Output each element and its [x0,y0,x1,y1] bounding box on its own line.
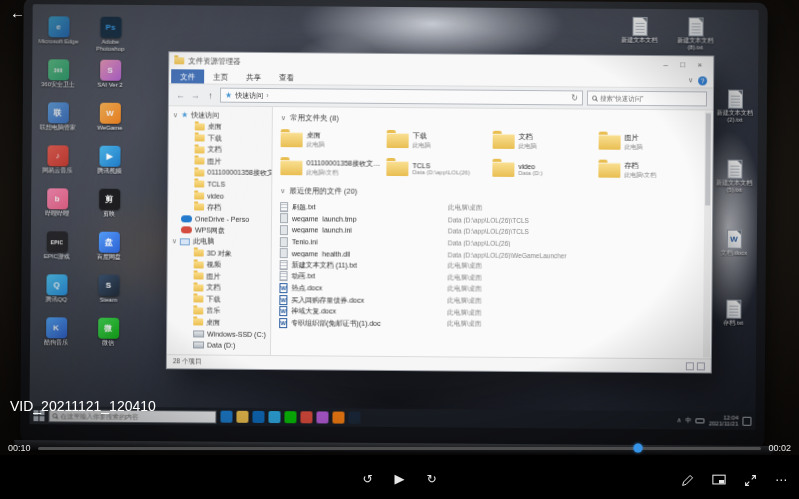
wegame-icon: W [99,103,120,124]
sidebar-item-onedrive: OneDrive - Perso [168,213,271,225]
text-file-icon [280,271,288,281]
clock-date: 2021/11/21 [709,420,739,427]
refresh-icon: ↻ [571,93,578,102]
caret-down-icon: ∨ [172,238,177,246]
taskbar-clock: 12:04 2021/11/21 [709,414,739,427]
time-remaining: 00:02 [768,443,791,453]
wechat-icon: 微 [98,318,119,339]
system-file-icon [280,248,288,258]
tab-file: 文件 [171,69,204,83]
sidebar-item-quick-access: ∨★快速访问 [169,109,272,121]
sidebar-item: 桌面 [167,316,270,328]
desktop-icon: 联联想电脑管家 [37,102,79,143]
desktop-icon: WWeGame [89,103,131,144]
edge-icon: e [48,16,69,37]
nav-back-icon: ← [175,90,186,100]
desktop-icon: 360360安全卫士 [37,59,79,100]
section-header-recent: ∨最近使用的文件 (20) [280,186,698,199]
sai-icon: S [100,60,121,81]
video-surface[interactable]: eMicrosoft Edge 360360安全卫士 联联想电脑管家 ♪网易云音… [0,0,799,455]
desktop-icons-left: eMicrosoft Edge 360360安全卫士 联联想电脑管家 ♪网易云音… [35,16,134,369]
folder-tile: TCLSData (D:\app\LOL(26) [386,157,486,181]
sidebar-item-this-pc: ∨此电脑 [168,236,271,248]
qq-icon: Q [46,274,67,295]
text-file-icon [280,202,288,212]
desktop-icon: 新建文本文档 [616,17,662,51]
taskbar-icon-steam [348,412,360,424]
sidebar-item-drive-c: Windows-SSD (C:) [167,328,270,340]
music-icon: ♪ [47,145,68,166]
play-button[interactable]: ▶ [395,472,405,486]
details-view-icon [686,362,694,370]
nav-up-icon: ↑ [205,90,216,100]
caret-down-icon: ∨ [281,114,286,122]
explorer-window: 文件资源管理器 – □ × 文件 主页 共享 查看 ∨ ? [166,51,714,373]
video-filename: VID_20211121_120410 [10,398,156,414]
kugou-icon: K [46,317,67,338]
sidebar-item: 桌面 [169,121,272,133]
sidebar-item-drive-d: Data (D:) [167,339,270,351]
desktop-icon: 新建文本文档 (8).txt [672,17,718,51]
sidebar-item: 下载 [167,293,270,305]
cloud-icon [181,227,192,234]
timeline: 00:10 00:02 [0,441,799,455]
ribbon-expand-icon: ∨ [688,76,693,84]
photoshop-icon: Ps [100,17,121,38]
folder-icon [194,158,204,165]
sidebar-item: 011100001358接收文件夹 [168,167,271,179]
notification-icon [742,416,751,425]
recent-files: 刷题.txt此电脑\桌面 wegame_launch.tmpData (D:\a… [279,201,698,332]
folder-icon [194,250,204,257]
desktop-icon: ♪网易云音乐 [36,145,78,186]
sidebar-item: 音乐 [167,305,270,317]
desktop-icons-top-right: 新建文本文档 新建文本文档 (8).txt [616,17,718,52]
tencent-video-icon: ▶ [99,146,120,167]
desktop-icon: SSAI Ver 2 [89,60,131,101]
more-button[interactable]: ⋯ [775,473,787,487]
timeline-track[interactable] [38,447,762,450]
content-pane: ∨常用文件夹 (8) 桌面此电脑 下载此电脑 文档此电脑 图片此电脑 01110… [271,107,713,358]
folder-icon [194,204,204,211]
text-file-icon [727,160,742,179]
taskbar-icon-store [252,411,264,423]
taskbar-icon-edge [220,411,232,423]
timeline-thumb[interactable] [634,444,643,453]
folder-icon [194,273,204,280]
skip-forward-button[interactable]: ↻ [427,472,437,486]
help-icon: ? [698,76,707,85]
360-icon: 360 [48,59,69,80]
edit-button[interactable] [681,474,694,487]
taskbar-icon-browser [300,411,312,423]
sidebar-item: 视频 [168,259,271,271]
replay-button[interactable]: ↺ [362,472,372,486]
folder-icon [280,160,302,175]
desktop-icon: SSteam [87,275,129,316]
breadcrumb: ★ 快速访问 › ↻ [220,88,583,106]
breadcrumb-location: 快速访问 [235,90,263,100]
fullscreen-button[interactable] [744,474,757,487]
word-file-icon: W [279,318,287,328]
folder-icon [195,123,205,130]
folder-icon [193,284,203,291]
desktop-icon: 剪剪映 [88,189,130,230]
tab-view: 查看 [270,70,303,84]
drive-icon [193,342,204,349]
quick-access-icon: ★ [181,111,188,119]
sidebar-item: 文档 [167,282,270,294]
tab-home: 主页 [204,70,237,84]
word-file-icon: W [279,283,287,293]
scrollbar [703,111,712,357]
folder-icon [599,135,621,150]
word-file-icon: W [279,306,287,316]
cast-button[interactable] [712,474,726,486]
bilibili-icon: b [47,188,68,209]
scrollbar-thumb [705,113,711,205]
folder-tile: 存档此电脑\文档 [598,159,698,183]
folder-icon [281,132,303,147]
back-button[interactable]: ← [10,4,25,21]
sidebar-item: 下载 [169,132,272,144]
text-file-icon [688,17,703,36]
folder-tile: 图片此电脑 [599,131,699,155]
epic-icon: EPIC [46,231,67,252]
drive-icon [193,330,204,337]
